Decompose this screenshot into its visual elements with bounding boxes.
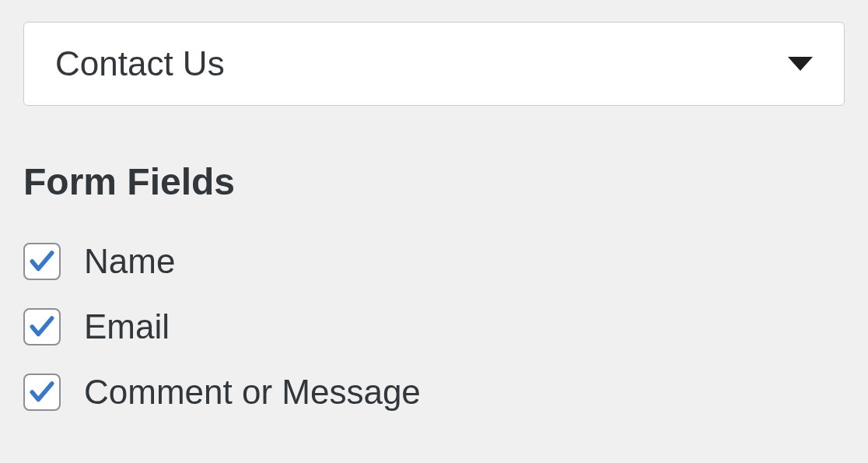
check-icon (27, 247, 57, 276)
checkbox-label-email: Email (84, 307, 170, 346)
checkbox-email[interactable] (23, 308, 61, 345)
field-row-email: Email (23, 307, 845, 346)
dropdown-selected-label: Contact Us (55, 44, 225, 83)
form-fields-list: Name Email Comment or Message (23, 242, 845, 412)
checkbox-name[interactable] (23, 243, 61, 280)
field-row-comment: Comment or Message (23, 373, 845, 412)
checkbox-label-name: Name (84, 242, 175, 281)
form-fields-heading: Form Fields (23, 160, 845, 203)
form-select-dropdown[interactable]: Contact Us (23, 22, 845, 106)
chevron-down-icon (788, 57, 813, 71)
svg-marker-0 (788, 57, 813, 71)
check-icon (27, 377, 57, 407)
check-icon (27, 312, 57, 342)
checkbox-label-comment: Comment or Message (84, 373, 421, 412)
checkbox-comment[interactable] (23, 374, 61, 411)
field-row-name: Name (23, 242, 845, 281)
